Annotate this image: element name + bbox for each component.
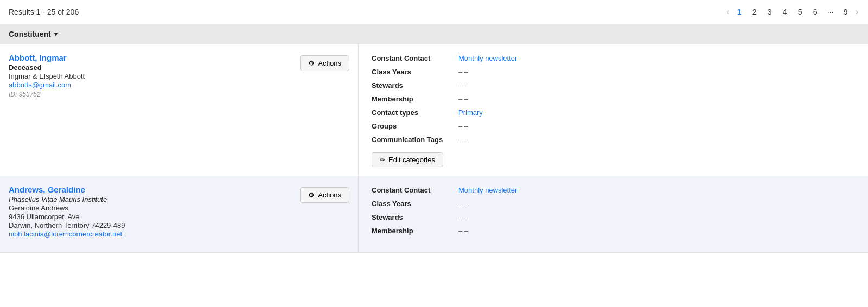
record-address-line2: Darwin, Northern Territory 74229-489: [9, 221, 291, 229]
cat-value-stewards: – –: [458, 212, 855, 222]
cat-value-class-years: – –: [458, 199, 855, 209]
actions-label: Actions: [318, 59, 341, 67]
page-button-6[interactable]: 6: [809, 5, 822, 18]
cat-label: Stewards: [372, 212, 458, 222]
cat-label: Contact types: [372, 107, 458, 118]
cat-label: Class Years: [372, 67, 458, 77]
cat-value-contact-types[interactable]: Primary: [458, 107, 855, 118]
record-name[interactable]: Andrews, Geraldine: [9, 185, 85, 194]
pagination: ‹ 1 2 3 4 5 6 ··· 9 ›: [725, 5, 859, 18]
cat-label: Constant Contact: [372, 53, 458, 63]
results-text: Results 1 - 25 of 206: [9, 8, 79, 16]
pencil-icon: ✏: [380, 156, 385, 164]
prev-page-button[interactable]: ‹: [725, 7, 730, 17]
record-subname: Geraldine Andrews: [9, 204, 291, 212]
record-right: Constant Contact Monthly newsletter Clas…: [359, 44, 868, 176]
chevron-down-icon: ▾: [54, 31, 58, 38]
record-email[interactable]: abbotts@gmail.com: [9, 81, 71, 89]
record-info: Andrews, Geraldine Phasellus Vitae Mauri…: [9, 185, 291, 238]
gear-icon: ⚙: [308, 59, 315, 67]
cat-label: Class Years: [372, 199, 458, 209]
records-container: Abbott, Ingmar Deceased Ingmar & Elspeth…: [0, 44, 868, 253]
record-left: Abbott, Ingmar Deceased Ingmar & Elspeth…: [0, 44, 358, 176]
constituent-header[interactable]: Constituent ▾: [0, 24, 868, 44]
record-tag: Deceased: [9, 63, 291, 72]
record-name[interactable]: Abbott, Ingmar: [9, 53, 67, 62]
cat-label: Communication Tags: [372, 135, 458, 145]
page-button-3[interactable]: 3: [763, 5, 776, 18]
cat-value-constant-contact[interactable]: Monthly newsletter: [458, 53, 855, 63]
page-button-2[interactable]: 2: [748, 5, 761, 18]
record-id: ID: 953752: [9, 91, 291, 98]
page-button-5[interactable]: 5: [794, 5, 807, 18]
record-left: Andrews, Geraldine Phasellus Vitae Mauri…: [0, 176, 358, 252]
actions-label: Actions: [318, 191, 341, 199]
cat-value-groups: – –: [458, 121, 855, 131]
next-page-button[interactable]: ›: [854, 7, 859, 17]
record-right: Constant Contact Monthly newsletter Clas…: [359, 176, 868, 252]
edit-categories-button[interactable]: ✏ Edit categories: [372, 152, 443, 167]
page-button-ellipsis: ···: [824, 5, 837, 18]
record-info: Abbott, Ingmar Deceased Ingmar & Elspeth…: [9, 53, 291, 98]
edit-categories-label: Edit categories: [388, 156, 435, 164]
page-button-4[interactable]: 4: [778, 5, 792, 18]
actions-button[interactable]: ⚙ Actions: [300, 187, 349, 203]
gear-icon: ⚙: [308, 191, 315, 199]
page-button-9[interactable]: 9: [839, 5, 852, 18]
record-email[interactable]: nibh.lacinia@loremcornercreator.net: [9, 230, 122, 238]
cat-value-communication-tags: – –: [458, 135, 855, 145]
cat-label: Stewards: [372, 80, 458, 91]
categories-grid: Constant Contact Monthly newsletter Clas…: [372, 53, 855, 145]
categories-grid: Constant Contact Monthly newsletter Clas…: [372, 185, 855, 236]
cat-label: Membership: [372, 226, 458, 236]
record-subname: Ingmar & Elspeth Abbott: [9, 72, 291, 80]
cat-value-membership: – –: [458, 94, 855, 104]
cat-label: Constant Contact: [372, 185, 458, 195]
cat-value-membership: – –: [458, 226, 855, 236]
cat-label: Membership: [372, 94, 458, 104]
cat-value-constant-contact[interactable]: Monthly newsletter: [458, 185, 855, 195]
cat-value-stewards: – –: [458, 80, 855, 91]
record-tag: Phasellus Vitae Mauris Institute: [9, 195, 291, 203]
cat-label: Groups: [372, 121, 458, 131]
actions-button[interactable]: ⚙ Actions: [300, 55, 349, 71]
table-row: Andrews, Geraldine Phasellus Vitae Mauri…: [0, 176, 868, 253]
table-row: Abbott, Ingmar Deceased Ingmar & Elspeth…: [0, 44, 868, 176]
cat-value-class-years: – –: [458, 67, 855, 77]
top-bar: Results 1 - 25 of 206 ‹ 1 2 3 4 5 6 ··· …: [0, 0, 868, 24]
record-address-line1: 9436 Ullamcorper. Ave: [9, 213, 291, 221]
constituent-label: Constituent: [9, 30, 51, 39]
page-button-1[interactable]: 1: [733, 5, 746, 18]
